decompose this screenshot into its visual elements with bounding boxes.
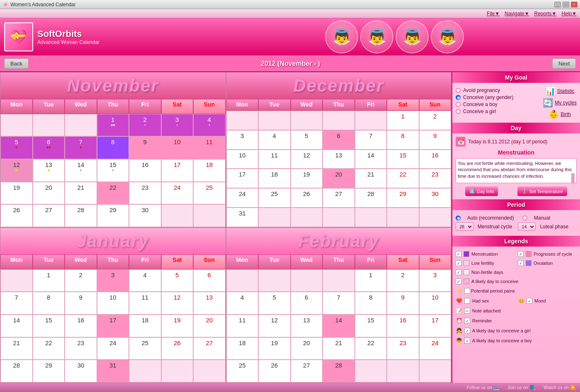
jan-day-28[interactable]: 28 xyxy=(0,360,33,382)
nov-day-8[interactable]: 8 xyxy=(97,136,129,159)
feb-day-25[interactable]: 25 xyxy=(226,360,259,382)
nov-day-5[interactable]: 5♥ xyxy=(0,136,33,159)
dec-day-19[interactable]: 19 xyxy=(291,169,323,188)
birth-link[interactable]: 👶 Birth xyxy=(548,109,571,119)
nov-day-7[interactable]: 7♥ xyxy=(65,136,97,159)
jan-day-2[interactable]: 2 xyxy=(65,269,97,292)
nov-day-14[interactable]: 14• xyxy=(65,159,97,182)
feb-day-22[interactable]: 22 xyxy=(355,337,387,360)
close-btn[interactable]: × xyxy=(571,2,578,7)
dec-day-3[interactable]: 3 xyxy=(226,130,259,150)
cycle-length-select[interactable]: 28 27 29 30 xyxy=(456,223,473,231)
feb-day-14[interactable]: 14 xyxy=(323,315,355,337)
legend-sex-check[interactable] xyxy=(464,298,470,304)
set-temperature-btn[interactable]: 🌡️ Set Temperature xyxy=(517,186,567,196)
legend-prognosis-check[interactable]: ✓ xyxy=(518,251,524,257)
feb-day-12[interactable]: 12 xyxy=(258,315,291,337)
nov-day-17[interactable]: 17 xyxy=(161,159,194,182)
dec-day-25[interactable]: 25 xyxy=(258,188,291,208)
feb-day-8[interactable]: 8 xyxy=(355,292,387,315)
dec-day-20[interactable]: 20 xyxy=(323,169,355,188)
jan-day-21[interactable]: 21 xyxy=(0,337,33,360)
dec-day-31[interactable]: 31 xyxy=(226,208,259,227)
jan-day-27[interactable]: 27 xyxy=(193,337,226,360)
goal-conceive-radio[interactable] xyxy=(456,95,461,100)
next-button[interactable]: Next xyxy=(552,58,576,69)
feb-day-2[interactable]: 2 xyxy=(387,269,419,292)
dec-day-27[interactable]: 27 xyxy=(323,188,355,208)
dec-day-6[interactable]: 6 xyxy=(323,130,355,150)
feb-day-10[interactable]: 10 xyxy=(419,292,451,315)
dec-day-15[interactable]: 15 xyxy=(387,150,419,169)
day-info-btn[interactable]: ℹ️ Day Info xyxy=(465,186,498,196)
nov-day-3[interactable]: 3• xyxy=(161,114,194,137)
nov-day-25[interactable]: 25 xyxy=(193,182,226,205)
dec-day-8[interactable]: 8 xyxy=(387,130,419,150)
nov-day-19[interactable]: 19 xyxy=(0,182,33,205)
dec-day-5[interactable]: 5 xyxy=(291,130,323,150)
feb-day-5[interactable]: 5 xyxy=(258,292,291,315)
nov-day-4[interactable]: 4• xyxy=(193,114,226,137)
nov-day-28[interactable]: 28 xyxy=(65,204,97,227)
maximize-btn[interactable]: □ xyxy=(563,2,569,7)
goal-girl-radio[interactable] xyxy=(456,109,461,114)
jan-day-16[interactable]: 16 xyxy=(65,315,97,337)
jan-day-15[interactable]: 15 xyxy=(33,315,65,337)
goal-conceive-girl[interactable]: Conceive a girl xyxy=(456,109,541,114)
jan-day-26[interactable]: 26 xyxy=(161,337,194,360)
feb-day-28[interactable]: 28 xyxy=(323,360,355,382)
nov-day-2[interactable]: 2• xyxy=(129,114,161,137)
dec-day-10[interactable]: 10 xyxy=(226,150,259,169)
legend-mood-check[interactable]: ✓ xyxy=(527,298,532,304)
minimize-btn[interactable]: _ xyxy=(554,2,561,7)
menu-help[interactable]: Help▼ xyxy=(561,11,577,17)
feb-day-19[interactable]: 19 xyxy=(258,337,291,360)
dec-day-17[interactable]: 17 xyxy=(226,169,259,188)
nov-day-18[interactable]: 18 xyxy=(193,159,226,182)
window-controls[interactable]: _ □ × xyxy=(554,2,578,7)
dec-day-1[interactable]: 1 xyxy=(387,111,419,130)
legend-girl-check[interactable]: ✓ xyxy=(464,328,470,334)
jan-day-5[interactable]: 5 xyxy=(161,269,194,292)
dec-day-21[interactable]: 21 xyxy=(355,169,387,188)
jan-day-4[interactable]: 4 xyxy=(129,269,161,292)
goal-conceive-boy[interactable]: Conceive a boy xyxy=(456,102,541,107)
jan-day-19[interactable]: 19 xyxy=(161,315,194,337)
nov-day-26[interactable]: 26 xyxy=(0,204,33,227)
dec-day-13[interactable]: 13 xyxy=(323,150,355,169)
jan-day-22[interactable]: 22 xyxy=(33,337,65,360)
feb-day-7[interactable]: 7 xyxy=(323,292,355,315)
youtube-link[interactable]: ▶️ xyxy=(570,385,576,390)
feb-day-15[interactable]: 15 xyxy=(355,315,387,337)
jan-day-23[interactable]: 23 xyxy=(65,337,97,360)
dec-day-11[interactable]: 11 xyxy=(258,150,291,169)
goal-conceive[interactable]: Conceive (any gender) xyxy=(456,94,541,100)
nov-day-empty3[interactable] xyxy=(65,114,97,137)
dec-day-22[interactable]: 22 xyxy=(387,169,419,188)
jan-day-29[interactable]: 29 xyxy=(33,360,65,382)
jan-day-24[interactable]: 24 xyxy=(97,337,129,360)
jan-day-8[interactable]: 8 xyxy=(33,292,65,315)
legend-non-fertile-check[interactable]: ✓ xyxy=(456,269,461,275)
jan-day-25[interactable]: 25 xyxy=(129,337,161,360)
jan-day-17[interactable]: 17 xyxy=(97,315,129,337)
facebook-link[interactable]: 📘 xyxy=(529,385,535,390)
legend-note-check[interactable]: ✓ xyxy=(464,308,470,314)
feb-day-3[interactable]: 3 xyxy=(419,269,451,292)
legend-conceive-check[interactable]: ✓ xyxy=(456,278,461,284)
jan-day-6[interactable]: 6 xyxy=(193,269,226,292)
dec-day-7[interactable]: 7 xyxy=(355,130,387,150)
nov-day-20[interactable]: 20 xyxy=(33,182,65,205)
feb-day-20[interactable]: 20 xyxy=(291,337,323,360)
feb-day-6[interactable]: 6 xyxy=(291,292,323,315)
legend-boy-check[interactable]: ✓ xyxy=(464,338,470,344)
nov-day-12[interactable]: 12⚡ xyxy=(0,159,33,182)
nov-day-9[interactable]: 9 xyxy=(129,136,161,159)
feb-day-27[interactable]: 27 xyxy=(291,360,323,382)
nov-day-15[interactable]: 15• xyxy=(97,159,129,182)
feb-day-26[interactable]: 26 xyxy=(258,360,291,382)
dec-day-9[interactable]: 9 xyxy=(419,130,451,150)
nov-day-29[interactable]: 29 xyxy=(97,204,129,227)
legend-menstruation-check[interactable]: ✓ xyxy=(456,251,461,257)
statistic-link[interactable]: 📊 Statistic xyxy=(545,86,575,96)
